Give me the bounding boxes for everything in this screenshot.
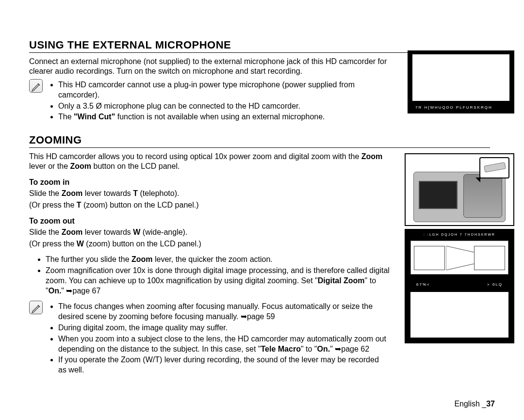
camcorder-icon xyxy=(413,172,506,222)
figure-screen-lower xyxy=(410,292,508,338)
note-list-zoom: The focus changes when zooming after foc… xyxy=(49,302,388,376)
svg-marker-0 xyxy=(446,246,476,270)
zoom-lever-callout xyxy=(479,157,509,178)
telephoto-icon xyxy=(474,246,505,270)
zoom-in-line1: Slide the Zoom lever towards T (telephot… xyxy=(29,189,388,198)
footer-page-number: 37 xyxy=(486,400,495,408)
figure-external-mic: 7R H[WHUQDO PLFURSKRQH xyxy=(408,50,514,113)
heading-zooming: ZOOMING xyxy=(29,134,490,148)
figure-zoom-camcorder xyxy=(405,153,514,226)
figure-caption-top: : :LGH DQJOH 7 7HOHSKRWR xyxy=(406,233,513,236)
wide-angle-icon xyxy=(414,246,445,270)
note-item: If you operate the Zoom (W/T) lever duri… xyxy=(58,355,388,375)
note-icon xyxy=(29,79,43,93)
zoom-lever-icon xyxy=(484,162,506,172)
figure-labels-bottom: 67%< > 0LQ xyxy=(406,282,513,287)
note-item: During digital zoom, the image quality m… xyxy=(58,323,388,333)
note-item: The focus changes when zooming after foc… xyxy=(58,302,388,322)
figure-screen xyxy=(412,54,509,101)
zoom-in-line2: (Or press the T (zoom) button on the LCD… xyxy=(29,200,388,210)
figure-label-min: > 0LQ xyxy=(487,282,503,287)
note-item: This HD camcorder cannot use a plug-in p… xyxy=(58,80,388,100)
zoom-diagram xyxy=(410,241,508,275)
page-footer: English _37 xyxy=(454,400,495,408)
camcorder-lens xyxy=(463,174,502,218)
zoom-out-line2: (Or press the W (zoom) button on the LCD… xyxy=(29,239,388,249)
zoom-trapezoid-icon xyxy=(446,246,476,270)
note-item: When you zoom into a subject close to th… xyxy=(58,334,388,355)
figure-zoom-diagram: : :LGH DQJOH 7 7HOHSKRWR 67%< > 0LQ xyxy=(405,229,514,343)
figure-label-stby: 67%< xyxy=(416,282,430,287)
footer-language: English _ xyxy=(454,400,486,408)
camcorder-screen xyxy=(419,181,458,209)
note-item: The "Wind Cut" function is not available… xyxy=(58,112,388,122)
note-block-external-mic: This HD camcorder cannot use a plug-in p… xyxy=(29,79,388,125)
intro-external-mic: Connect an external microphone (not supp… xyxy=(29,57,388,76)
figure-caption: 7R H[WHUQDO PLFURSKRQH xyxy=(415,105,492,110)
zoom-out-line1: Slide the Zoom lever towards W (wide-ang… xyxy=(29,227,388,237)
note-item: Only a 3.5 Ø microphone plug can be conn… xyxy=(58,101,388,112)
intro-zooming: This HD camcorder allows you to record u… xyxy=(29,152,388,171)
note-block-zoom: The focus changes when zooming after foc… xyxy=(29,301,388,378)
note-icon xyxy=(29,301,43,314)
zoom-bullet: The further you slide the Zoom lever, th… xyxy=(46,255,395,265)
note-list-external-mic: This HD camcorder cannot use a plug-in p… xyxy=(49,80,388,123)
zoom-bullet: Zoom magnification over 10x is done thro… xyxy=(46,266,395,296)
